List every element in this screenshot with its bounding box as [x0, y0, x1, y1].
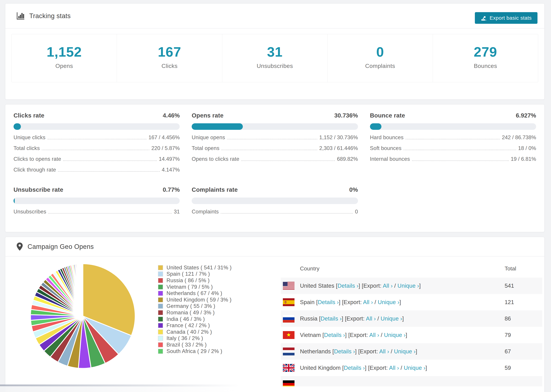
legend-item[interactable]: India ( 46 / 3% ) [158, 316, 232, 322]
total-cell: 86 [505, 315, 511, 322]
rate-block-header: Opens rate30.736% [192, 112, 358, 119]
summary-value: 167 [117, 44, 222, 60]
details-link[interactable]: Details › [334, 348, 355, 355]
rate-row: Opens to clicks rate689.82% [192, 156, 358, 162]
country-flag-icon-gb [283, 364, 295, 372]
legend-item[interactable]: South Africa ( 29 / 2% ) [158, 348, 232, 355]
legend-swatch [158, 297, 163, 302]
rate-row-value: 31 [174, 209, 180, 215]
export-all-link[interactable]: All › [366, 315, 376, 322]
summary-value: 31 [222, 44, 327, 60]
details-link[interactable]: Details › [324, 332, 345, 338]
summary-value: 1,152 [12, 44, 117, 60]
geo-content: United States ( 541 / 31% )Spain ( 121 /… [5, 257, 544, 386]
legend-item[interactable]: United Kingdom ( 59 / 3% ) [158, 297, 232, 303]
rate-row-label: Opens to clicks rate [192, 156, 239, 162]
rate-row-value: 220 / 5.87% [151, 145, 180, 151]
rate-row: Unique opens1,152 / 30.736% [192, 134, 358, 140]
export-all-link[interactable]: All › [379, 348, 389, 355]
legend-label: Spain ( 121 / 7% ) [167, 271, 210, 277]
export-all-link[interactable]: All › [389, 365, 399, 371]
rate-row-label: Unique opens [192, 134, 225, 140]
table-row: Netherlands [Details ›] [Export: All › /… [281, 343, 542, 360]
pie-slice[interactable] [83, 264, 83, 316]
export-all-link[interactable]: All › [383, 283, 393, 289]
legend-item[interactable]: United States ( 541 / 31% ) [158, 264, 232, 271]
geo-pie-chart [29, 262, 137, 370]
legend-label: Canada ( 40 / 2% ) [167, 329, 212, 335]
export-button-label: Export basic stats [490, 15, 532, 21]
table-row: United Kingdom [Details ›] [Export: All … [281, 360, 542, 376]
rate-row-leader [406, 139, 500, 139]
legend-label: United Kingdom ( 59 / 3% ) [167, 297, 232, 303]
export-unique-link[interactable]: Unique › [378, 299, 399, 305]
bar-chart-icon [16, 12, 25, 20]
rate-row-value: 1,152 / 30.736% [319, 134, 358, 140]
rate-value: 6.927% [516, 112, 536, 119]
rate-title: Opens rate [192, 112, 224, 119]
geo-legend: United States ( 541 / 31% )Spain ( 121 /… [158, 264, 232, 354]
rate-row-label: Click through rate [14, 167, 56, 173]
legend-swatch [158, 310, 163, 315]
country-cell: Spain [Details ›] [Export: All › / Uniqu… [300, 299, 401, 305]
legend-item[interactable]: Italy ( 36 / 2% ) [158, 335, 232, 342]
rate-row: Complaints0 [192, 209, 358, 215]
export-basic-stats-button[interactable]: Export basic stats [475, 12, 537, 24]
legend-swatch [158, 329, 163, 335]
rate-row: Internal bounces19 / 6.81% [370, 156, 536, 162]
legend-item[interactable]: Russia ( 86 / 5% ) [158, 277, 232, 284]
table-row [281, 376, 542, 386]
legend-item[interactable]: Germany ( 55 / 3% ) [158, 303, 232, 309]
legend-item[interactable]: France ( 42 / 2% ) [158, 322, 232, 329]
legend-item[interactable]: Netherlands ( 67 / 4% ) [158, 290, 232, 297]
details-link[interactable]: Details › [318, 299, 339, 305]
export-unique-link[interactable]: Unique › [384, 332, 406, 338]
export-unique-link[interactable]: Unique › [381, 315, 402, 322]
progress-bar [192, 197, 358, 204]
export-unique-link[interactable]: Unique › [397, 283, 419, 289]
legend-label: Vietnam ( 79 / 5% ) [167, 284, 213, 290]
country-cell: Vietnam [Details ›] [Export: All › / Uni… [300, 332, 407, 338]
card-tracking-stats: Tracking stats Export basic stats 1,152O… [5, 3, 544, 99]
legend-item[interactable]: Spain ( 121 / 7% ) [158, 271, 232, 277]
legend-swatch [158, 284, 163, 290]
legend-item[interactable]: Vietnam ( 79 / 5% ) [158, 284, 232, 290]
legend-label: Romania ( 49 / 3% ) [167, 309, 215, 316]
legend-item[interactable]: Brazil ( 33 / 2% ) [158, 342, 232, 348]
legend-item[interactable]: Romania ( 49 / 3% ) [158, 309, 232, 316]
export-all-link[interactable]: All › [363, 299, 373, 305]
column-header-total: Total [505, 266, 516, 272]
rate-block: Bounce rate6.927%Hard bounces242 / 86.73… [370, 112, 536, 173]
rate-block: Unsubscribe rate0.77%Unsubscribes31 [14, 186, 180, 215]
rate-row-leader [241, 161, 335, 161]
total-cell: 79 [505, 332, 511, 338]
summary-cell: 167Clicks [117, 34, 222, 82]
summary-label: Unsubscribes [222, 63, 327, 69]
legend-swatch [158, 336, 163, 341]
legend-swatch [158, 304, 163, 309]
summary-label: Opens [12, 63, 117, 69]
export-unique-link[interactable]: Unique › [404, 365, 425, 371]
rate-row: Unsubscribes31 [14, 209, 180, 215]
summary-row: 1,152Opens167Clicks31Unsubscribes0Compla… [11, 34, 538, 82]
legend-label: Italy ( 36 / 2% ) [167, 335, 203, 341]
rate-row-value: 0 [355, 209, 358, 215]
progress-bar [370, 123, 536, 130]
details-link[interactable]: Details › [321, 315, 342, 322]
geo-table-body: United States [Details ›] [Export: All ›… [281, 278, 542, 386]
rate-row-leader [227, 139, 317, 139]
export-unique-link[interactable]: Unique › [394, 348, 416, 355]
legend-swatch [158, 317, 163, 322]
details-link[interactable]: Details › [338, 283, 359, 289]
legend-item[interactable]: Canada ( 40 / 2% ) [158, 329, 232, 335]
country-flag-icon-nl [283, 348, 295, 355]
rate-block-header: Clicks rate4.46% [14, 112, 180, 119]
rate-row-leader [48, 213, 172, 214]
legend-label: India ( 46 / 3% ) [167, 316, 205, 322]
tracking-stats-page: Tracking stats Export basic stats 1,152O… [0, 0, 551, 392]
legend-swatch [158, 271, 163, 277]
rate-row-label: Total opens [192, 145, 219, 151]
rate-value: 0.77% [163, 186, 180, 193]
export-all-link[interactable]: All › [369, 332, 379, 338]
details-link[interactable]: Details › [344, 365, 365, 371]
